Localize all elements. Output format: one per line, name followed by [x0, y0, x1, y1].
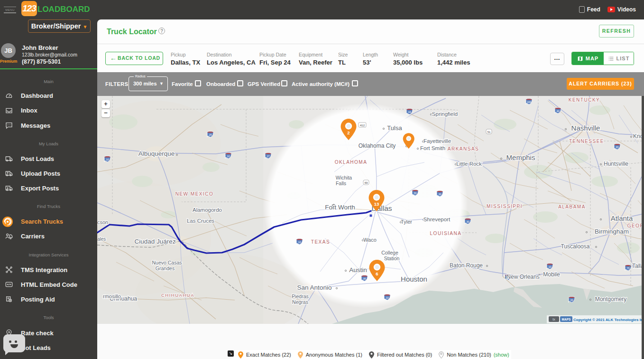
svg-text:Huntsville: Huntsville: [604, 161, 628, 167]
svg-text:tx: tx: [552, 318, 555, 321]
svg-text:Grandes: Grandes: [156, 265, 175, 271]
svg-text:65: 65: [616, 146, 618, 149]
svg-text:Tuscaloosa: Tuscaloosa: [561, 243, 590, 250]
svg-text:rmosillo: rmosillo: [103, 293, 121, 299]
svg-text:Houston: Houston: [401, 275, 427, 283]
svg-text:27: 27: [267, 155, 269, 158]
svg-text:ales: ales: [97, 236, 106, 242]
svg-text:30: 30: [466, 220, 469, 223]
svg-text:55: 55: [414, 192, 416, 195]
svg-text:Wichita: Wichita: [336, 175, 352, 180]
svg-text:Falls: Falls: [336, 180, 346, 186]
svg-text:Springfield: Springfield: [432, 111, 458, 117]
svg-text:Albuquerque: Albuquerque: [138, 150, 175, 157]
svg-text:Piedras: Piedras: [292, 293, 309, 299]
svg-text:Atlanta: Atlanta: [611, 214, 633, 222]
svg-text:Station: Station: [384, 255, 400, 261]
svg-text:Montgomery: Montgomery: [595, 296, 627, 302]
svg-text:LOUISIANA: LOUISIANA: [430, 231, 462, 236]
svg-text:69: 69: [365, 181, 368, 184]
svg-text:Oklahoma City: Oklahoma City: [359, 142, 396, 149]
svg-text:10: 10: [386, 296, 388, 299]
svg-text:75: 75: [626, 267, 629, 270]
svg-text:2: 2: [347, 130, 350, 135]
svg-text:Austin: Austin: [349, 266, 367, 274]
svg-text:College: College: [381, 250, 398, 255]
svg-text:Mobile: Mobile: [543, 271, 560, 278]
svg-text:TEXAS: TEXAS: [311, 239, 330, 245]
svg-text:Copyright © 2021 ALK Technolog: Copyright © 2021 ALK Technologies Inc.: [573, 318, 644, 322]
svg-text:MISSISSIPPI: MISSISSIPPI: [487, 204, 523, 209]
svg-text:169: 169: [527, 101, 531, 104]
svg-text:30: 30: [438, 193, 441, 196]
svg-text:10: 10: [106, 158, 109, 161]
svg-text:cson: cson: [97, 219, 108, 225]
svg-text:TENNESSEE: TENNESSEE: [569, 139, 604, 144]
svg-text:MAPS: MAPS: [562, 318, 571, 321]
svg-text:Nuevo Casas: Nuevo Casas: [152, 260, 182, 265]
svg-text:Negras: Negras: [292, 299, 308, 305]
svg-text:Fort Worth: Fort Worth: [325, 204, 355, 211]
svg-text:13: 13: [374, 201, 379, 207]
svg-text:Waco: Waco: [363, 237, 377, 243]
svg-text:ALABAMA: ALABAMA: [558, 204, 586, 209]
svg-text:Nashville: Nashville: [571, 124, 600, 132]
svg-text:Fort Smith: Fort Smith: [420, 145, 445, 151]
svg-text:Tyler: Tyler: [401, 219, 412, 225]
svg-text:Tulsa: Tulsa: [387, 124, 402, 132]
svg-text:OKLAHOMA: OKLAHOMA: [335, 160, 368, 165]
svg-text:40: 40: [556, 110, 559, 113]
svg-text:Birmingham: Birmingham: [595, 228, 629, 235]
svg-text:Las Cruces: Las Cruces: [187, 218, 214, 224]
svg-text:Shreveport: Shreveport: [423, 217, 451, 222]
svg-text:Fayetteville: Fayetteville: [423, 138, 451, 144]
svg-text:Little Rock: Little Rock: [456, 161, 482, 167]
svg-text:Ciudad Juárez: Ciudad Juárez: [134, 238, 175, 245]
svg-text:10: 10: [227, 155, 230, 158]
svg-text:44: 44: [408, 111, 411, 113]
svg-text:20: 20: [570, 299, 573, 302]
svg-text:Memphis: Memphis: [506, 153, 535, 161]
svg-text:412: 412: [360, 124, 365, 127]
svg-text:10: 10: [298, 241, 301, 244]
svg-text:CHIHUAHUA: CHIHUAHUA: [161, 293, 194, 298]
svg-text:KENTUCKY: KENTUCKY: [569, 97, 600, 103]
svg-text:51: 51: [488, 131, 491, 133]
svg-text:New Orleans: New Orleans: [506, 274, 539, 280]
svg-text:Baton Rouge: Baton Rouge: [450, 262, 483, 269]
svg-text:ARKANSAS: ARKANSAS: [448, 146, 479, 151]
svg-text:San Antonio: San Antonio: [297, 284, 332, 291]
svg-text:35: 35: [363, 277, 366, 280]
svg-text:10: 10: [548, 265, 551, 268]
svg-text:25: 25: [209, 133, 212, 136]
svg-text:Alamogordo: Alamogordo: [193, 207, 222, 213]
svg-text:NEW MEXICO: NEW MEXICO: [175, 191, 214, 197]
svg-text:6: 6: [376, 271, 378, 276]
